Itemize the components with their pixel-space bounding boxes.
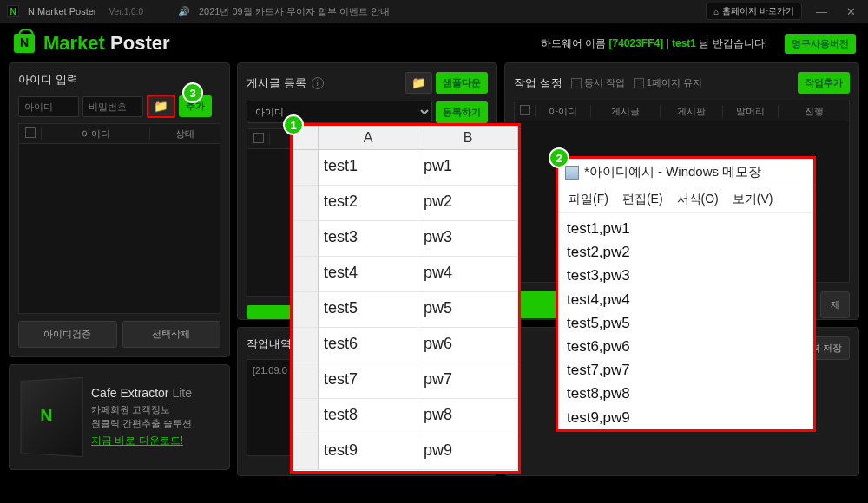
post-folder-button[interactable]: 📁 [405, 72, 432, 94]
app-name: N Market Poster [28, 6, 96, 16]
app-version: Ver.1.0.0 [108, 7, 142, 16]
spreadsheet-overlay: A B test1pw1test2pw2test3pw3test4pw4test… [290, 123, 521, 474]
sheet-cell: test5 [319, 292, 418, 328]
sheet-cell: test6 [319, 328, 418, 363]
notepad-title: *아이디예시 - Windows 메모장 [584, 164, 761, 180]
sheet-cell: pw6 [418, 328, 518, 363]
menu-edit[interactable]: 편집(E) [622, 192, 663, 207]
brand-logo: N [12, 31, 36, 56]
notepad-line: test4,pw4 [567, 288, 805, 311]
work-delete-button[interactable]: 제 [820, 291, 850, 318]
notice-text: 2021년 09월 카드사 무이자 할부 이벤트 안내 [199, 5, 390, 18]
id-table-body [18, 144, 220, 314]
work-select-all-checkbox[interactable] [520, 105, 530, 115]
sheet-col-b: B [418, 126, 518, 149]
callout-badge-2: 2 [549, 147, 569, 168]
folder-button[interactable]: 📁 [147, 95, 175, 118]
menu-file[interactable]: 파일(F) [569, 192, 608, 207]
home-link-label: 홈페이지 바로가기 [722, 5, 794, 17]
sheet-cell: test1 [319, 150, 418, 186]
hardware-info: 하드웨어 이름 [74023FF4] | test1 님 반갑습니다! [541, 36, 767, 51]
post-select-all-checkbox[interactable] [253, 133, 264, 143]
home-link-button[interactable]: ⌂ 홈페이지 바로가기 [706, 3, 802, 20]
notepad-menu: 파일(F) 편집(E) 서식(O) 보기(V) [558, 186, 813, 213]
ad-desc: 카페회원 고객정보원클릭 간편추출 솔루션 [91, 403, 192, 430]
notepad-line: test1,pw1 [567, 217, 805, 240]
minimize-button[interactable]: — [811, 5, 832, 18]
sheet-cell: test9 [319, 434, 418, 470]
ad-box-image: N [21, 377, 83, 457]
sheet-cell: test7 [319, 363, 418, 399]
simultaneous-checkbox[interactable]: 동시 작업 [571, 76, 625, 89]
sheet-cell: pw9 [418, 434, 518, 470]
sheet-cell: pw1 [418, 150, 518, 186]
notepad-line: test9,pw9 [567, 406, 805, 429]
ad-title: Cafe Extractor Lite [91, 386, 192, 400]
work-title: 작업 설정 [514, 75, 562, 91]
titlebar: N N Market Poster Ver.1.0.0 🔊 2021년 09월 … [0, 0, 868, 23]
close-button[interactable]: ✕ [841, 5, 861, 18]
id-select[interactable]: 아이디 [247, 101, 432, 123]
license-badge: 영구사용버전 [785, 34, 856, 54]
sheet-cell: pw5 [418, 292, 518, 328]
notepad-line: test6,pw6 [567, 335, 805, 358]
work-table-header: 아이디 게시글 게시판 말머리 진행 [514, 101, 850, 121]
menu-format[interactable]: 서식(O) [677, 192, 719, 207]
sheet-cell: test3 [319, 221, 418, 257]
sheet-cell: pw7 [418, 363, 518, 399]
add-work-button[interactable]: 작업추가 [798, 72, 850, 94]
id-input-panel: 아이디 입력 📁 추가 아이디 상태 아이디검증 선택삭제 [9, 62, 230, 357]
register-button[interactable]: 등록하기 [436, 101, 488, 123]
notepad-line: test7,pw7 [567, 358, 805, 382]
app-icon: N [7, 5, 19, 17]
sheet-cell: test2 [319, 186, 418, 221]
sheet-cell: pw8 [418, 399, 518, 434]
sheet-cell: pw2 [418, 186, 518, 221]
select-all-checkbox[interactable] [25, 127, 36, 138]
id-table-header: 아이디 상태 [18, 123, 220, 144]
sheet-cell: pw4 [418, 257, 518, 292]
sample-download-button[interactable]: 샘플다운 [436, 72, 488, 94]
home-icon: ⌂ [713, 7, 719, 16]
verify-id-button[interactable]: 아이디검증 [18, 321, 117, 348]
ad-panel[interactable]: N Cafe Extractor Lite 카페회원 고객정보원클릭 간편추출 … [9, 364, 230, 470]
col-status: 상태 [150, 127, 220, 140]
brand-title: Market Poster [43, 32, 170, 55]
notepad-overlay: *아이디예시 - Windows 메모장 파일(F) 편집(E) 서식(O) 보… [556, 156, 816, 432]
notepad-line: test3,pw3 [567, 264, 805, 287]
ad-cta[interactable]: 지금 바로 다운로드! [91, 434, 192, 448]
speaker-icon: 🔊 [178, 6, 190, 17]
col-id: 아이디 [42, 127, 150, 140]
notepad-line: test5,pw5 [567, 311, 805, 335]
sheet-col-a: A [319, 126, 418, 149]
callout-badge-3: 3 [182, 82, 203, 103]
notepad-line: test2,pw2 [567, 240, 805, 264]
notepad-line: test8,pw8 [567, 382, 805, 405]
delete-selected-button[interactable]: 선택삭제 [122, 321, 221, 348]
keep-page1-checkbox[interactable]: 1페이지 유지 [634, 76, 702, 89]
brand-row: N Market Poster 하드웨어 이름 [74023FF4] | tes… [0, 23, 868, 62]
sheet-cell: test4 [319, 257, 418, 292]
notepad-body: test1,pw1test2,pw2test3,pw3test4,pw4test… [558, 213, 813, 433]
menu-view[interactable]: 보기(V) [733, 192, 773, 207]
log-title: 작업내역 [247, 336, 292, 352]
password-input[interactable] [82, 96, 143, 117]
notepad-icon [565, 166, 579, 180]
callout-badge-1: 1 [283, 114, 304, 135]
sheet-cell: pw3 [418, 221, 518, 257]
post-panel-title: 게시글 등록 [247, 75, 306, 91]
sheet-cell: test8 [319, 399, 418, 434]
info-icon[interactable]: i [312, 77, 324, 89]
id-input[interactable] [18, 96, 79, 117]
